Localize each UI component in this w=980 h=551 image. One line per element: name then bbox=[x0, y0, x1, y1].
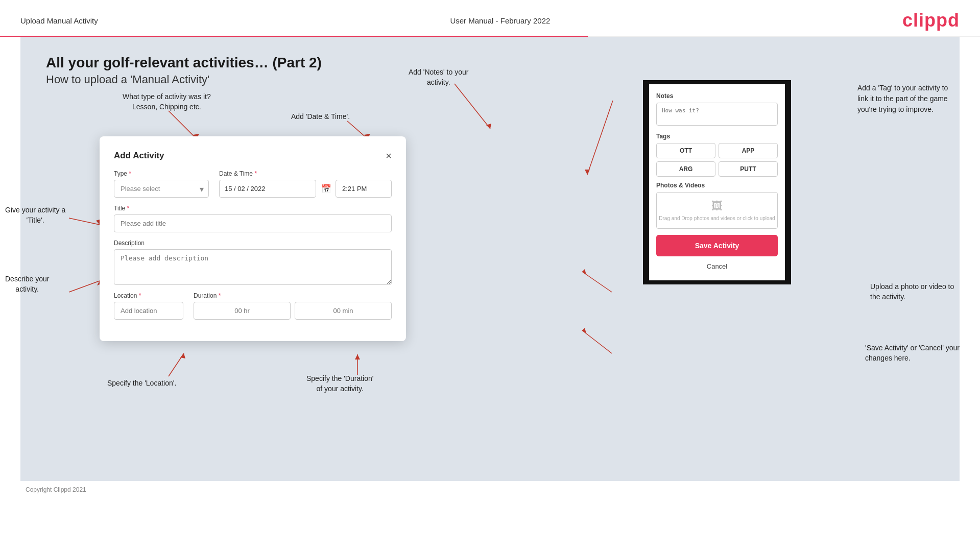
datetime-label: Date & Time * bbox=[219, 170, 392, 177]
logo: clippd bbox=[902, 10, 960, 31]
location-label: Location * bbox=[114, 292, 183, 299]
tag-arg[interactable]: ARG bbox=[656, 161, 715, 177]
cancel-button[interactable]: Cancel bbox=[656, 260, 778, 272]
notes-section-label: Notes bbox=[656, 92, 778, 100]
annotation-notes: Add 'Notes' to your activity. bbox=[409, 67, 468, 87]
duration-min-input[interactable] bbox=[295, 302, 392, 320]
add-activity-dialog: Add Activity × Type * Please select Date… bbox=[100, 136, 406, 341]
title-label: Title * bbox=[114, 205, 392, 212]
description-input[interactable] bbox=[114, 249, 392, 285]
main-content: All your golf-relevant activities… (Part… bbox=[20, 37, 960, 481]
svg-line-12 bbox=[455, 84, 490, 129]
page-title: Upload Manual Activity bbox=[20, 16, 98, 25]
phone-panel: Notes Tags OTT APP ARG PUTT Photos & Vid… bbox=[643, 80, 796, 284]
dialog-header: Add Activity × bbox=[114, 151, 392, 161]
type-select-wrapper: Please select bbox=[114, 180, 209, 198]
svg-line-16 bbox=[582, 272, 612, 292]
photos-drop-text: Drag and Drop photos and videos or click… bbox=[659, 215, 775, 221]
photos-label: Photos & Videos bbox=[656, 182, 778, 189]
duration-label: Duration * bbox=[194, 292, 392, 299]
location-duration-row: Location * Duration * bbox=[114, 292, 392, 320]
type-group: Type * Please select bbox=[114, 170, 209, 198]
type-datetime-row: Type * Please select Date & Time * 📅 bbox=[114, 170, 392, 198]
doc-title: User Manual - February 2022 bbox=[450, 16, 550, 25]
duration-group: Duration * bbox=[194, 292, 392, 320]
title-group: Title * bbox=[114, 205, 392, 232]
copyright: Copyright Clippd 2021 bbox=[26, 486, 86, 493]
upload-icon: 🖼 bbox=[711, 200, 723, 213]
svg-line-0 bbox=[169, 111, 197, 139]
notes-input[interactable] bbox=[656, 103, 778, 126]
datetime-inputs: 📅 bbox=[219, 180, 392, 198]
date-input[interactable] bbox=[219, 180, 316, 198]
close-button[interactable]: × bbox=[386, 151, 392, 161]
save-activity-button[interactable]: Save Activity bbox=[656, 235, 778, 256]
svg-line-14 bbox=[587, 101, 613, 175]
svg-marker-17 bbox=[582, 269, 586, 275]
svg-line-18 bbox=[582, 330, 612, 353]
description-group: Description bbox=[114, 239, 392, 285]
tags-grid: OTT APP ARG PUTT bbox=[656, 143, 778, 177]
annotation-datetime: Add 'Date & Time'. bbox=[291, 112, 350, 121]
svg-marker-9 bbox=[180, 353, 185, 358]
svg-marker-19 bbox=[582, 328, 586, 333]
type-label: Type * bbox=[114, 170, 209, 177]
location-group: Location * bbox=[114, 292, 183, 320]
annotation-location: Specify the 'Location'. bbox=[107, 379, 176, 387]
annotation-type: What type of activity was it? Lesson, Ch… bbox=[123, 92, 211, 112]
footer: Copyright Clippd 2021 bbox=[0, 481, 980, 498]
photos-section: Photos & Videos 🖼 Drag and Drop photos a… bbox=[656, 182, 778, 229]
svg-marker-11 bbox=[355, 354, 360, 360]
tag-ott[interactable]: OTT bbox=[656, 143, 715, 158]
description-label: Description bbox=[114, 239, 392, 247]
annotation-title: Give your activity a 'Title'. bbox=[5, 205, 65, 225]
annotation-desc: Describe your activity. bbox=[5, 274, 49, 294]
duration-inputs bbox=[194, 302, 392, 320]
time-input[interactable] bbox=[336, 180, 392, 198]
photos-drop-zone[interactable]: 🖼 Drag and Drop photos and videos or cli… bbox=[656, 192, 778, 229]
svg-line-8 bbox=[169, 353, 184, 376]
annotation-upload: Upload a photo or video to the activity. bbox=[870, 282, 965, 302]
svg-line-4 bbox=[69, 218, 100, 225]
duration-hr-input[interactable] bbox=[194, 302, 291, 320]
dialog-title: Add Activity bbox=[114, 151, 164, 161]
annotation-save: 'Save Activity' or 'Cancel' your changes… bbox=[865, 343, 965, 363]
headline: All your golf-relevant activities… (Part… bbox=[46, 55, 934, 71]
title-input[interactable] bbox=[114, 214, 392, 232]
phone-screen: Notes Tags OTT APP ARG PUTT Photos & Vid… bbox=[643, 80, 791, 284]
tag-app[interactable]: APP bbox=[719, 143, 778, 158]
top-bar: Upload Manual Activity User Manual - Feb… bbox=[0, 0, 980, 36]
annotation-tag: Add a 'Tag' to your activity to link it … bbox=[857, 83, 960, 115]
calendar-icon: 📅 bbox=[321, 184, 331, 194]
tag-putt[interactable]: PUTT bbox=[719, 161, 778, 177]
subheadline: How to upload a 'Manual Activity' bbox=[46, 73, 934, 86]
location-input[interactable] bbox=[114, 302, 183, 320]
annotation-duration: Specify the 'Duration' of your activity. bbox=[306, 374, 373, 394]
svg-marker-15 bbox=[585, 170, 590, 175]
tags-section-label: Tags bbox=[656, 133, 778, 140]
svg-line-6 bbox=[69, 281, 100, 292]
svg-marker-13 bbox=[486, 124, 491, 129]
type-select[interactable]: Please select bbox=[114, 180, 209, 198]
datetime-group: Date & Time * 📅 bbox=[219, 170, 392, 198]
